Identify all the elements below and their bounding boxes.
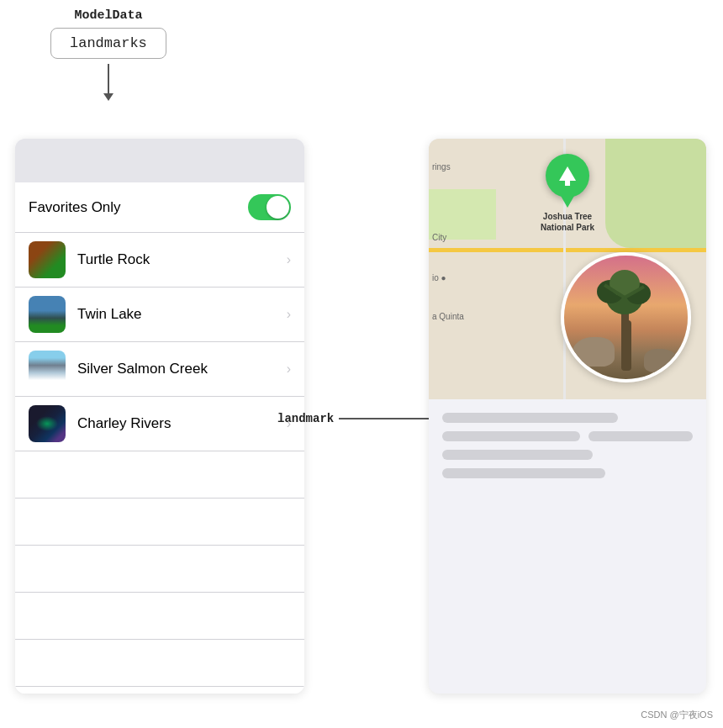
landmarks-badge: landmarks — [50, 28, 166, 59]
detail-line-2 — [442, 450, 593, 460]
rock2 — [644, 349, 678, 372]
right-panel: rings City io ● a Quinta Joshua TreeNati… — [429, 139, 706, 694]
list-item-twin-lake[interactable]: Twin Lake › — [15, 288, 304, 342]
list-area: Favorites Only Turtle Rock › Twin Lake › — [15, 182, 304, 694]
svg-marker-0 — [559, 166, 576, 181]
map-label-city: City — [432, 233, 446, 242]
charley-rivers-thumbnail — [29, 405, 66, 442]
landmark-arrow-label: landmark — [277, 412, 334, 425]
arrow-down-icon — [108, 64, 109, 94]
empty-row-3 — [15, 546, 304, 593]
pin-circle — [546, 154, 589, 198]
twin-lake-thumbnail — [29, 296, 66, 333]
watermark: CSDN @宁夜iOS — [641, 709, 713, 721]
map-label-quinta: a Quinta — [432, 312, 464, 321]
turtle-rock-thumbnail — [29, 241, 66, 278]
empty-row-5 — [15, 640, 304, 687]
map-green-area-2 — [429, 189, 496, 240]
map-label-io: io ● — [432, 273, 446, 282]
detail-short-1 — [442, 431, 580, 441]
road-horizontal — [429, 248, 706, 252]
list-item-turtle-rock[interactable]: Turtle Rock › — [15, 233, 304, 288]
silver-salmon-creek-thumbnail — [29, 351, 66, 388]
twin-lake-label: Twin Lake — [77, 306, 280, 323]
pin-tail — [561, 196, 574, 208]
list-item-charley-rivers[interactable]: Charley Rivers › — [15, 397, 304, 451]
detail-line-1 — [442, 413, 618, 423]
left-panel: Favorites Only Turtle Rock › Twin Lake › — [15, 139, 304, 694]
map-label-rings: rings — [432, 162, 451, 171]
favorites-row[interactable]: Favorites Only — [15, 182, 304, 233]
panel-header — [15, 139, 304, 182]
silver-salmon-creek-label: Silver Salmon Creek — [77, 361, 280, 377]
tree-icon — [556, 164, 579, 187]
chevron-right-icon: › — [287, 361, 291, 377]
model-data-label: ModelData — [74, 8, 142, 23]
favorites-label: Favorites Only — [29, 199, 121, 216]
chevron-right-icon: › — [287, 307, 291, 322]
chevron-right-icon: › — [287, 252, 291, 267]
toggle-knob — [267, 196, 289, 219]
detail-short-2 — [588, 431, 693, 441]
empty-row-1 — [15, 451, 304, 499]
charley-rivers-label: Charley Rivers — [77, 415, 280, 432]
model-data-annotation: ModelData landmarks — [50, 8, 166, 94]
tree-branches-svg — [589, 268, 661, 331]
list-item-silver-salmon-creek[interactable]: Silver Salmon Creek › — [15, 342, 304, 397]
favorites-toggle[interactable] — [248, 194, 291, 220]
map-pin: Joshua TreeNational Park — [541, 154, 594, 233]
turtle-rock-label: Turtle Rock — [77, 251, 280, 268]
detail-line-3 — [442, 468, 605, 478]
detail-area — [429, 399, 706, 500]
empty-row-2 — [15, 499, 304, 546]
svg-rect-1 — [565, 181, 570, 186]
map-area: rings City io ● a Quinta Joshua TreeNati… — [429, 139, 706, 399]
map-green-area — [605, 139, 706, 248]
joshua-tree-art — [564, 256, 688, 379]
empty-row-4 — [15, 593, 304, 640]
detail-row-1 — [442, 431, 693, 441]
empty-row-6 — [15, 687, 304, 694]
rock1 — [573, 337, 615, 367]
pin-label: Joshua TreeNational Park — [541, 211, 594, 233]
landmark-circle-image — [561, 252, 691, 382]
